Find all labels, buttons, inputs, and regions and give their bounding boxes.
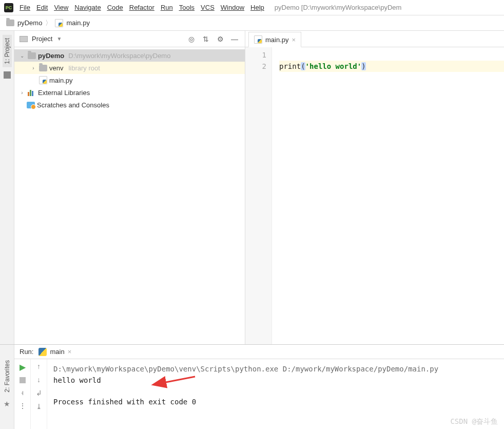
run-tab-main[interactable]: main × [38,348,71,356]
folder-icon [6,20,14,26]
locate-icon[interactable]: ◎ [186,34,197,44]
menu-refactor[interactable]: Refactor [129,4,154,11]
python-file-icon [254,35,262,44]
expand-icon[interactable]: › [18,90,26,96]
python-icon [38,348,47,356]
run-icon[interactable]: ▶ [20,362,26,372]
tree-item-external-libs[interactable]: › External Libraries [14,86,245,99]
left-tool-gutter-bottom: 2: Favorites ★ [0,345,14,429]
tree-item-hint: library root [68,64,100,72]
window-title: pyDemo [D:\mywork\myWorkspace\pyDem [275,4,402,11]
chevron-right-icon: 〉 [45,18,52,28]
sidebar-tab-project[interactable]: 1: Project [3,35,12,67]
scratches-icon [27,102,35,108]
editor-body[interactable]: 1 2 print('hello world') [245,47,504,344]
breadcrumb: pyDemo 〉 main.py [0,15,504,31]
run-body: ▶ ⫞ ⋮ ↑ ↓ ↲ ⤓ D:\mywork\myWorkspace\pyDe… [14,359,504,429]
breadcrumb-file[interactable]: main.py [66,19,90,27]
main-area: 1: Project Project ▼ ◎ ⇅ ⚙ — ⌄ pyDemo D:… [0,31,504,344]
line-number: 1 [245,49,266,61]
folder-icon [39,65,47,71]
editor-tabs: main.py × [245,31,504,47]
code-area[interactable]: print('hello world') [272,47,504,344]
tree-item-label: External Libraries [38,89,90,97]
folder-icon [28,52,36,59]
run-main: Run: main × ▶ ⫞ ⋮ ↑ ↓ ↲ ⤓ D:\mywork\myWo… [14,345,504,429]
left-tool-gutter: 1: Project [0,31,14,344]
chevron-down-icon[interactable]: ▼ [56,36,62,42]
tree-item-mainpy[interactable]: main.py [14,74,245,86]
pycharm-logo-icon: PC [4,3,13,12]
tree-item-label: main.py [49,77,73,84]
annotation-arrow [160,375,196,390]
hide-panel-icon[interactable]: — [229,34,240,44]
menu-bar: PC File Edit View Navigate Code Refactor… [0,0,504,15]
close-icon[interactable]: × [292,36,296,44]
menu-window[interactable]: Window [221,4,244,11]
code-line [279,49,504,61]
console-output[interactable]: D:\mywork\myWorkspace\pyDemo\venv\Script… [47,359,504,429]
run-tools-column: ▶ ⫞ ⋮ [14,359,31,429]
arrow-down-icon[interactable]: ↓ [37,376,41,384]
project-tree: ⌄ pyDemo D:\mywork\myWorkspace\pyDemo › … [14,47,245,344]
library-icon [28,89,36,96]
project-panel-title[interactable]: Project [32,35,52,43]
python-file-icon [39,76,47,84]
scroll-end-icon[interactable]: ⤓ [36,402,42,411]
menu-code[interactable]: Code [107,4,123,11]
structure-tab-icon[interactable] [4,71,11,79]
watermark: CSDN @奋斗鱼 [450,416,498,427]
tree-item-label: venv [49,64,63,72]
run-nav-column: ↑ ↓ ↲ ⤓ [31,359,47,429]
console-command: D:\mywork\myWorkspace\pyDemo\venv\Script… [53,363,498,375]
run-tab-label: main [50,348,64,356]
menu-tools[interactable]: Tools [179,4,195,11]
expand-all-icon[interactable]: ⇅ [201,34,211,44]
run-tabs: Run: main × [14,345,504,359]
tree-item-venv[interactable]: › venv library root [14,62,245,74]
close-icon[interactable]: × [68,348,72,356]
arrow-up-icon[interactable]: ↑ [37,362,41,370]
editor-panel: main.py × 1 2 print('hello world') [245,31,504,344]
menu-file[interactable]: File [20,4,30,11]
breadcrumb-project[interactable]: pyDemo [17,19,42,27]
soft-wrap-icon[interactable]: ↲ [36,389,42,397]
tree-item-path: D:\mywork\myWorkspace\pyDemo [68,52,170,60]
project-view-icon [20,36,28,42]
svg-line-1 [163,377,195,383]
line-number: 2 [245,61,266,72]
console-stdout: hello world [53,375,498,386]
layout-icon[interactable]: ⫞ [21,388,24,397]
sidebar-tab-favorites[interactable]: 2: Favorites [3,357,12,396]
menu-run[interactable]: Run [161,4,173,11]
more-icon[interactable]: ⋮ [19,402,26,410]
stop-icon[interactable] [20,377,26,383]
menu-vcs[interactable]: VCS [201,4,215,11]
menu-edit[interactable]: Edit [36,4,48,11]
python-file-icon [55,19,63,27]
editor-tab-mainpy[interactable]: main.py × [248,32,301,47]
star-icon[interactable]: ★ [4,400,10,408]
code-line: print('hello world') [279,61,504,72]
run-panel: 2: Favorites ★ Run: main × ▶ ⫞ ⋮ ↑ ↓ ↲ ⤓ [0,344,504,429]
menu-help[interactable]: Help [250,4,264,11]
project-panel-header: Project ▼ ◎ ⇅ ⚙ — [14,31,245,47]
gear-icon[interactable]: ⚙ [215,34,225,44]
tree-item-scratches[interactable]: Scratches and Consoles [14,99,245,111]
tree-item-label: pyDemo [38,52,64,60]
tree-item-label: Scratches and Consoles [37,101,109,109]
collapse-icon[interactable]: ⌄ [18,53,26,59]
console-exit-msg: Process finished with exit code 0 [53,396,498,407]
line-gutter: 1 2 [245,47,272,344]
tree-root-pydemo[interactable]: ⌄ pyDemo D:\mywork\myWorkspace\pyDemo [14,49,245,62]
expand-icon[interactable]: › [30,65,37,71]
menu-view[interactable]: View [54,4,68,11]
run-label: Run: [20,348,33,356]
project-panel: Project ▼ ◎ ⇅ ⚙ — ⌄ pyDemo D:\mywork\myW… [14,31,245,344]
menu-navigate[interactable]: Navigate [74,4,101,11]
editor-tab-label: main.py [265,36,289,44]
